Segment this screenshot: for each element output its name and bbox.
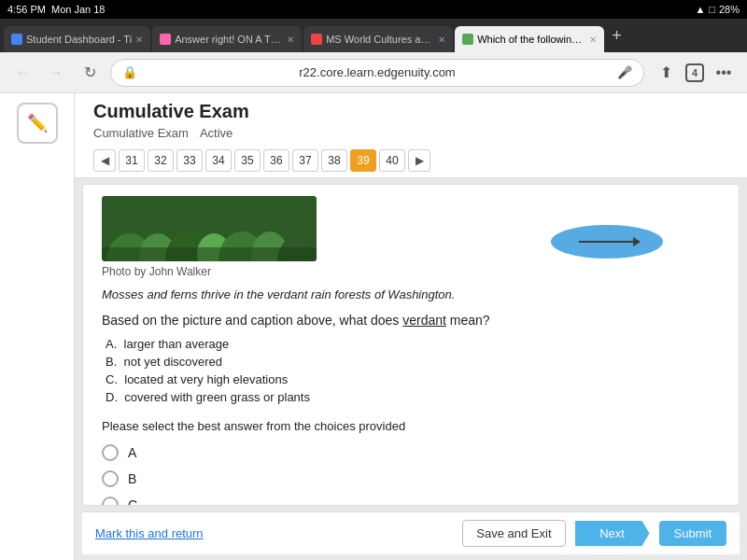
question-text: Based on the picture and caption above, … <box>102 313 720 328</box>
radio-c-circle[interactable] <box>102 497 119 506</box>
date: Mon Jan 18 <box>51 4 105 15</box>
choice-d-letter: D. <box>106 390 121 404</box>
tab-2[interactable]: Answer right! ON A TIME ✕ <box>152 26 302 52</box>
tab-2-label: Answer right! ON A TIME <box>175 34 283 45</box>
tab-2-favicon <box>160 34 171 45</box>
photo-credit: Photo by John Walker <box>102 265 720 278</box>
radio-option-b[interactable]: B <box>102 470 720 487</box>
choice-d-text: covered with green grass or plants <box>124 390 310 404</box>
forward-button[interactable]: → <box>43 60 69 86</box>
status-left: 4:56 PM Mon Jan 18 <box>7 4 105 15</box>
page-32[interactable]: 32 <box>148 149 174 172</box>
choice-c-letter: C. <box>106 372 121 386</box>
battery-icon: □ <box>709 4 715 15</box>
lock-icon: 🔒 <box>122 65 137 79</box>
menu-button[interactable]: ••• <box>710 59 738 87</box>
browser-chrome: Student Dashboard - Ti ✕ Answer right! O… <box>0 19 747 52</box>
choice-b-letter: B. <box>106 355 120 369</box>
nav-actions: ⬆ 4 ••• <box>652 59 738 87</box>
battery-level: 28% <box>719 4 740 15</box>
exam-subtitle-text: Cumulative Exam <box>93 126 189 140</box>
radio-option-a[interactable]: A <box>102 444 720 461</box>
left-sidebar: ✏️ <box>0 93 75 560</box>
radio-choices: A B C D <box>102 444 720 506</box>
pagination: ◀ 31 32 33 34 35 36 37 38 39 40 ▶ <box>93 144 728 177</box>
mic-icon[interactable]: 🎤 <box>617 65 632 79</box>
back-button[interactable]: ← <box>9 60 35 86</box>
page-40[interactable]: 40 <box>379 149 405 172</box>
radio-b-label: B <box>128 471 136 486</box>
choice-d: D. covered with green grass or plants <box>102 390 720 404</box>
tab-1-favicon <box>11 34 22 45</box>
page-39[interactable]: 39 <box>350 149 376 172</box>
tab-4-label: Which of the following a <box>477 34 585 45</box>
tab-bar: Student Dashboard - Ti ✕ Answer right! O… <box>0 19 747 52</box>
choice-a-letter: A. <box>106 337 120 351</box>
page-33[interactable]: 33 <box>176 149 203 172</box>
mark-return-link[interactable]: Mark this and return <box>95 526 453 540</box>
tab-3[interactable]: MS World Cultures and C ✕ <box>303 26 453 52</box>
radio-option-c[interactable]: C <box>102 497 720 506</box>
page-next-button[interactable]: ▶ <box>408 149 430 172</box>
time: 4:56 PM <box>7 4 46 15</box>
radio-a-label: A <box>128 445 136 460</box>
exam-subtitle: Cumulative Exam Active <box>93 122 728 144</box>
choices-list: A. larger than average B. not yet discov… <box>102 337 720 404</box>
page-36[interactable]: 36 <box>263 149 289 172</box>
tab-4-close[interactable]: ✕ <box>589 35 597 45</box>
tab-1[interactable]: Student Dashboard - Ti ✕ <box>4 26 150 52</box>
tab-1-close[interactable]: ✕ <box>135 35 143 45</box>
tab-1-label: Student Dashboard - Ti <box>26 34 132 45</box>
choice-a-text: larger than average <box>124 337 230 351</box>
radio-a-circle[interactable] <box>102 444 119 461</box>
save-exit-button[interactable]: Save and Exit <box>462 520 565 547</box>
page-prev-button[interactable]: ◀ <box>93 149 116 172</box>
exam-title: Cumulative Exam <box>93 101 728 122</box>
status-badge: Active <box>200 126 233 140</box>
page-35[interactable]: 35 <box>234 149 261 172</box>
choice-a: A. larger than average <box>102 337 720 351</box>
content-header: Cumulative Exam Cumulative Exam Active ◀… <box>75 93 747 178</box>
choice-b-text: not yet discovered <box>124 355 223 369</box>
forest-image <box>102 196 317 261</box>
submit-button[interactable]: Submit <box>659 521 726 546</box>
nav-bar: ← → ↻ 🔒 r22.core.learn.edgenuity.com 🎤 ⬆… <box>0 52 747 93</box>
tab-3-favicon <box>311 34 322 45</box>
tab-3-close[interactable]: ✕ <box>438 35 445 45</box>
address-text: r22.core.learn.edgenuity.com <box>145 65 610 79</box>
annotation-line <box>579 241 635 243</box>
radio-b-circle[interactable] <box>102 470 119 487</box>
page-31[interactable]: 31 <box>119 149 145 172</box>
blue-ellipse-annotation <box>551 225 663 259</box>
select-instruction: Please select the best answer from the c… <box>102 419 720 433</box>
tab-count[interactable]: 4 <box>685 63 704 82</box>
pencil-button[interactable]: ✏️ <box>17 103 58 144</box>
page-38[interactable]: 38 <box>321 149 347 172</box>
tab-2-close[interactable]: ✕ <box>287 35 294 45</box>
choice-b: B. not yet discovered <box>102 355 720 369</box>
choice-c: C. located at very high elevations <box>102 372 720 386</box>
refresh-button[interactable]: ↻ <box>77 60 103 86</box>
tab-4-favicon <box>462 34 473 45</box>
status-bar: 4:56 PM Mon Jan 18 ▲ □ 28% <box>0 0 747 19</box>
address-bar[interactable]: 🔒 r22.core.learn.edgenuity.com 🎤 <box>110 59 644 87</box>
status-right: ▲ □ 28% <box>695 4 740 15</box>
choice-c-text: located at very high elevations <box>124 372 288 386</box>
new-tab-button[interactable]: + <box>606 26 627 46</box>
share-button[interactable]: ⬆ <box>652 59 680 87</box>
caption: Mosses and ferns thrive in the verdant r… <box>102 287 720 301</box>
tab-4[interactable]: Which of the following a ✕ <box>455 26 604 52</box>
quiz-footer: Mark this and return Save and Exit Next … <box>82 511 740 554</box>
page-area: ✏️ Cumulative Exam Cumulative Exam Activ… <box>0 93 747 560</box>
main-content: Cumulative Exam Cumulative Exam Active ◀… <box>75 93 747 560</box>
tab-3-label: MS World Cultures and C <box>326 34 434 45</box>
next-button[interactable]: Next <box>575 521 650 546</box>
wifi-icon: ▲ <box>695 4 705 15</box>
radio-c-label: C <box>128 497 137 506</box>
page-34[interactable]: 34 <box>205 149 232 172</box>
svg-rect-8 <box>102 247 317 261</box>
page-37[interactable]: 37 <box>292 149 318 172</box>
